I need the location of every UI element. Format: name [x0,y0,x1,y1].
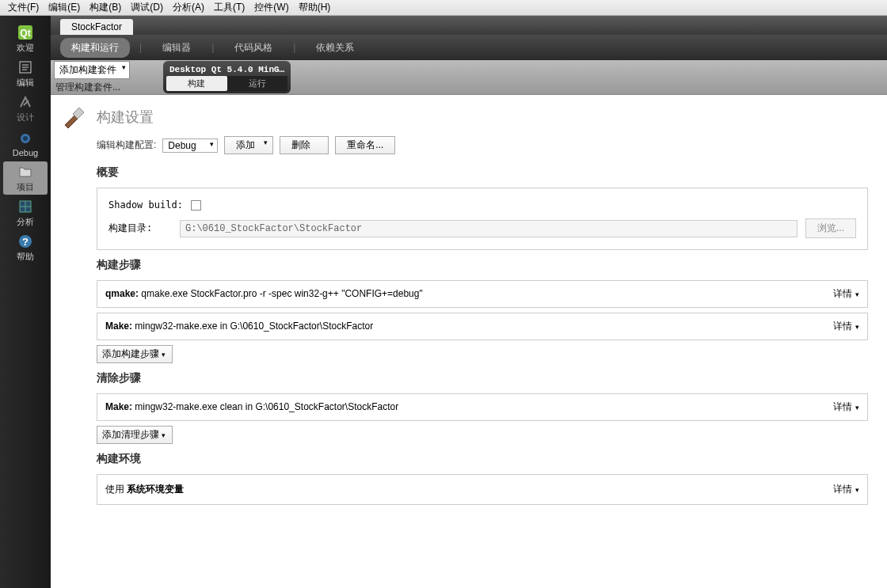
sidebar-label: 帮助 [17,251,34,263]
kit-tab-run[interactable]: 运行 [227,76,288,91]
subtab-bar: 构建和运行 | 编辑器 | 代码风格 | 依赖关系 [51,35,887,60]
sidebar-label: 编辑 [17,77,34,89]
section-clean-steps: 清除步骤 [97,371,877,385]
sidebar-welcome[interactable]: Qt 欢迎 [3,22,48,55]
sidebar-label: 欢迎 [17,42,34,54]
menu-help[interactable]: 帮助(H) [294,0,336,16]
subtab-build-run[interactable]: 构建和运行 [60,38,130,58]
config-select[interactable]: Debug [162,138,218,153]
clean-make-cmd: mingw32-make.exe clean in G:\0610_StockF… [132,401,398,412]
subtab-code-style[interactable]: 代码风格 [223,38,284,58]
edit-icon [17,59,34,76]
svg-point-7 [23,136,28,141]
make-details-button[interactable]: 详情 [833,320,859,333]
sidebar-edit[interactable]: 编辑 [3,57,48,90]
kit-target-title: Desktop Qt 5.4.0 MinG… [166,63,287,76]
svg-text:Qt: Qt [20,28,30,39]
sidebar-debug[interactable]: Debug [3,127,48,160]
browse-button[interactable]: 浏览... [805,218,856,238]
menu-widgets[interactable]: 控件(W) [249,0,293,16]
settings-title: 构建设置 [97,108,154,127]
design-icon [17,93,34,111]
add-build-step-button[interactable]: 添加构建步骤 [97,345,173,363]
make-label: Make: [105,321,132,332]
project-tab[interactable]: StockFactor [60,19,133,35]
config-rename-button[interactable]: 重命名... [335,136,395,154]
subtab-editor[interactable]: 编辑器 [151,38,202,58]
svg-text:?: ? [22,236,29,248]
env-box: 使用 系统环境变量 详情 [97,474,868,505]
subtab-dependencies[interactable]: 依赖关系 [305,38,365,58]
manage-kits-link[interactable]: 管理构建套件... [54,81,130,94]
separator: | [293,42,295,53]
menu-edit[interactable]: 编辑(E) [44,0,85,16]
sidebar-label: 项目 [17,181,34,193]
menu-analyze[interactable]: 分析(A) [168,0,209,16]
sidebar-label: Debug [13,148,38,157]
kit-target: Desktop Qt 5.4.0 MinG… 构建 运行 [163,61,291,93]
section-build-env: 构建环境 [97,452,877,466]
qmake-label: qmake: [105,288,139,299]
make-cmd: mingw32-make.exe in G:\0610_StockFactor\… [132,321,373,332]
clean-details-button[interactable]: 详情 [833,400,859,414]
add-kit-dropdown[interactable]: 添加构建套件 [54,61,130,79]
qmake-cmd: qmake.exe StockFactor.pro -r -spec win32… [139,288,423,299]
sidebar-help[interactable]: ? 帮助 [3,231,48,264]
config-remove-button[interactable]: 删除 [280,136,329,154]
sidebar-design[interactable]: 设计 [3,92,48,125]
qmake-details-button[interactable]: 详情 [833,287,859,301]
build-dir-label: 构建目录: [108,222,172,235]
shadow-build-checkbox[interactable] [191,200,201,211]
projects-icon [17,163,34,180]
separator: | [139,42,142,53]
kit-bar: 添加构建套件 管理构建套件... Desktop Qt 5.4.0 MinG… … [51,60,887,95]
sidebar-projects[interactable]: 项目 [3,161,48,195]
qmake-step: qmake: qmake.exe StockFactor.pro -r -spe… [97,280,868,308]
menubar: 文件(F) 编辑(E) 构建(B) 调试(D) 分析(A) 工具(T) 控件(W… [0,0,887,16]
kit-tab-build[interactable]: 构建 [166,76,227,91]
settings-panel: 构建设置 编辑构建配置: Debug 添加 删除 重命名... 概要 Shado… [51,95,887,588]
section-build-steps: 构建步骤 [97,258,877,272]
sidebar-analyze[interactable]: 分析 [3,196,48,230]
qt-icon: Qt [17,24,34,41]
section-overview: 概要 [97,165,877,180]
env-label: 系统环境变量 [127,484,184,495]
left-sidebar: Qt 欢迎 编辑 设计 Debug 项目 [0,16,51,588]
env-use-label: 使用 [105,484,127,495]
make-step: Make: mingw32-make.exe in G:\0610_StockF… [97,313,868,340]
add-clean-step-button[interactable]: 添加清理步骤 [97,426,173,444]
env-details-button[interactable]: 详情 [833,483,859,496]
config-add-button[interactable]: 添加 [224,136,273,154]
clean-make-label: Make: [105,401,132,412]
menu-file[interactable]: 文件(F) [3,0,44,16]
config-label: 编辑构建配置: [97,138,156,152]
sidebar-label: 设计 [17,112,34,123]
hammer-icon [60,103,89,131]
project-tab-strip: StockFactor [51,16,887,35]
separator: | [211,42,214,53]
clean-make-step: Make: mingw32-make.exe clean in G:\0610_… [97,393,868,421]
overview-box: Shadow build: 构建目录: 浏览... [97,188,868,250]
menu-debug[interactable]: 调试(D) [126,0,168,16]
debug-icon [17,130,34,147]
menu-tools[interactable]: 工具(T) [209,0,249,16]
build-dir-input[interactable] [180,220,798,237]
sidebar-label: 分析 [17,216,34,228]
shadow-build-label: Shadow build: [108,199,183,211]
config-row: 编辑构建配置: Debug 添加 删除 重命名... [97,136,877,154]
analyze-icon [17,198,34,215]
menu-build[interactable]: 构建(B) [85,0,126,16]
help-icon: ? [17,233,34,250]
